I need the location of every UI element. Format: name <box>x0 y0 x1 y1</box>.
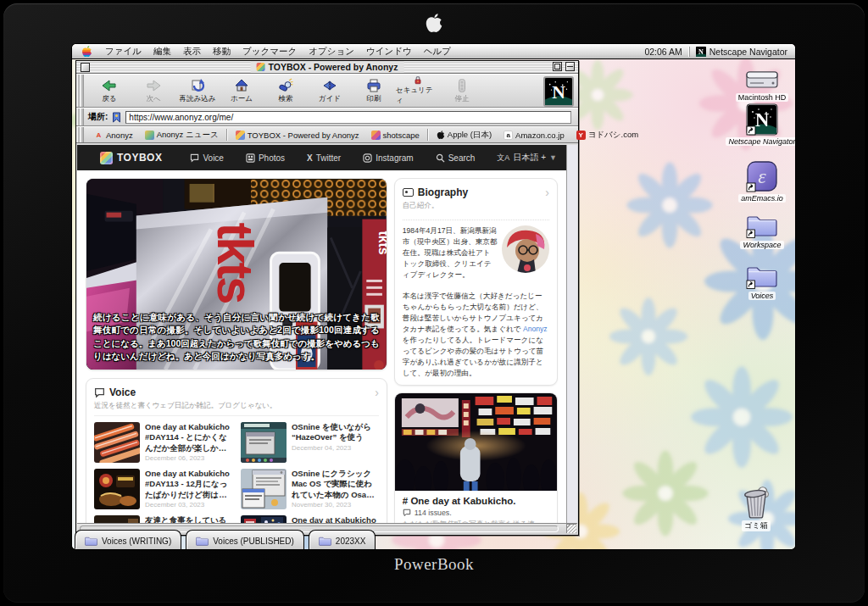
forward-button[interactable]: 次へ <box>131 75 175 106</box>
forward-icon <box>146 78 161 93</box>
home-button[interactable]: ホーム <box>220 75 264 106</box>
apple-logo-bezel <box>425 12 443 37</box>
menu-go[interactable]: 移動 <box>207 44 236 58</box>
tab-voices-published[interactable]: Voices (PUBLISHED) <box>186 530 304 549</box>
bookmark-anonyz[interactable]: A Anonyz <box>88 131 139 140</box>
biography-subtitle: 自己紹介。 <box>403 201 549 215</box>
back-button[interactable]: 戻る <box>87 75 131 106</box>
guide-button[interactable]: ガイド <box>308 75 352 106</box>
desktop-icon-amemacs[interactable]: ε amEmacs.io <box>729 160 795 203</box>
zoom-box[interactable] <box>553 62 562 71</box>
desktop-icon-voices[interactable]: Voices <box>729 263 795 300</box>
window-titlebar[interactable]: TOYBOX - Powered by Anonyz <box>76 61 578 74</box>
close-box[interactable] <box>81 63 90 72</box>
vertical-scrollbar[interactable] <box>566 145 577 523</box>
menu-edit[interactable]: 編集 <box>147 44 177 58</box>
voice-more-chevron[interactable]: › <box>375 386 379 399</box>
search-icon <box>278 78 293 93</box>
site-favicon <box>257 63 265 71</box>
tab-voices-writing[interactable]: Voices (WRITING) <box>75 530 181 549</box>
instagram-icon <box>363 153 372 163</box>
anonyz-icon: A <box>94 131 103 140</box>
voice-subtitle: 近況を徒然と書くウェブ日記か雑記。ブログじゃない。 <box>94 401 379 416</box>
bookmark-apple-japan[interactable]: Apple (日本) <box>431 130 498 141</box>
desktop-icon-workspace[interactable]: Workspace <box>729 212 795 249</box>
personal-toolbar: A Anonyz Anonyz ニュース TOYBOX - Powered by… <box>76 126 578 143</box>
menu-bookmarks[interactable]: ブックマーク <box>236 44 303 58</box>
chevron-down-icon: ▼ <box>549 153 557 162</box>
nav-language[interactable]: 文A 日本語 + ▼ <box>486 152 566 164</box>
personal-toolbar-collapse-tab[interactable] <box>76 127 84 142</box>
netscape-logo <box>545 78 572 105</box>
apple-menu[interactable] <box>72 45 99 58</box>
powerbook-brand-text: PowerBook <box>0 555 868 574</box>
nav-instagram[interactable]: Instagram <box>352 153 424 163</box>
home-icon <box>234 78 249 93</box>
desktop-icon-trash[interactable]: ゴミ箱 <box>723 485 789 531</box>
voice-bubble-icon <box>94 387 105 398</box>
toybox-logo-icon <box>100 152 113 164</box>
search-button[interactable]: 検索 <box>264 75 308 106</box>
nav-twitter[interactable]: X Twitter <box>296 153 352 163</box>
nav-search[interactable]: Search <box>425 153 487 163</box>
voice-title: Voice <box>109 386 136 398</box>
entry-thumbnail-cinema <box>241 515 287 523</box>
voice-entry[interactable]: One day at Kabukicho #DAY112 - 最近深夜に映画を観… <box>241 515 379 523</box>
menu-help[interactable]: ヘルプ <box>418 44 457 58</box>
desktop-icon-netscape-navigator[interactable]: Netscape Navigator <box>729 103 795 146</box>
toolbar-collapse-tab[interactable] <box>76 75 84 107</box>
hero-caption: 続けることに意味がある、そう自分に言い聞かせ続けて続けてきた歌舞伎町での日常の撮… <box>93 311 380 363</box>
voice-entry[interactable]: OSnine にクラシック Mac OS で実際に使われていた本物の Osaka… <box>241 469 379 509</box>
desktop-icon-macintosh-hd[interactable]: Macintosh HD <box>729 69 795 102</box>
guide-icon <box>322 78 337 93</box>
tab-2023xx[interactable]: 2023XX <box>309 530 376 549</box>
shotscape-icon <box>371 131 381 140</box>
bookmark-anonyz-news[interactable]: Anonyz ニュース <box>139 130 225 141</box>
bookmark-amazon[interactable]: a Amazon.co.jp <box>498 131 570 140</box>
collapse-box[interactable] <box>565 62 575 71</box>
bookmark-shotscape[interactable]: shotscape <box>365 131 426 140</box>
location-collapse-tab[interactable] <box>76 108 84 125</box>
voice-card: Voice › 近況を徒然と書くウェブ日記か雑記。ブログじゃない。 <box>86 378 387 523</box>
stop-button[interactable]: 停止 <box>440 75 484 106</box>
menu-file[interactable]: ファイル <box>99 44 147 58</box>
netscape-desktop-icon <box>746 103 778 136</box>
menu-bar: ファイル 編集 表示 移動 ブックマーク オプション ウインドウ ヘルプ 02:… <box>72 44 795 59</box>
browser-toolbar: 戻る 次へ 再読み込み <box>76 74 578 108</box>
url-input[interactable] <box>125 111 571 124</box>
netscape-icon-small <box>696 47 706 57</box>
issues-bubble-icon <box>403 509 411 517</box>
voice-entry[interactable]: One day at Kabukicho #DAY114 - とにかくなんだか全… <box>94 422 232 463</box>
resize-grip[interactable] <box>566 524 576 533</box>
hard-drive-icon <box>745 69 779 92</box>
apple-icon <box>81 45 92 58</box>
reload-button[interactable]: 再読み込み <box>175 75 220 106</box>
application-menu[interactable]: Netscape Navigator <box>689 47 795 57</box>
kabukicho-title: # One day at Kabukicho. <box>403 496 549 506</box>
bookmark-toybox[interactable]: TOYBOX - Powered by Anonyz <box>230 131 365 140</box>
voice-entry[interactable]: One day at Kabukicho #DAY113 - 12月になったばか… <box>94 469 232 509</box>
security-button[interactable]: セキュリティ <box>396 75 440 106</box>
nav-voice[interactable]: Voice <box>179 153 234 163</box>
voice-entry[interactable]: 友達と食事をしている時に写真を撮るには Leica M-P ではちょっと存在 <box>94 515 232 523</box>
menu-clock: 02:06 AM <box>637 47 688 57</box>
kabukicho-card[interactable]: # One day at Kabukicho. 114 issues. ただただ… <box>394 392 558 523</box>
stop-icon <box>454 78 470 93</box>
print-button[interactable]: 印刷 <box>352 75 396 106</box>
menu-window[interactable]: ウインドウ <box>360 44 418 58</box>
voice-entry[interactable]: OSnine を使いながら “HazeOver” を使う December 04… <box>241 422 379 463</box>
biography-more-chevron[interactable]: › <box>545 186 549 199</box>
entry-thumbnail-sushi <box>94 422 140 463</box>
anonyz-link[interactable]: Anonyz <box>523 325 548 333</box>
menu-view[interactable]: 表示 <box>177 44 207 58</box>
nav-photos[interactable]: Photos <box>235 153 296 163</box>
site-brand-toybox[interactable]: TOYBOX <box>89 152 179 164</box>
screen: ファイル 編集 表示 移動 ブックマーク オプション ウインドウ ヘルプ 02:… <box>72 44 795 549</box>
menu-options[interactable]: オプション <box>303 44 360 58</box>
toybox-icon <box>236 131 245 140</box>
active-app-name: Netscape Navigator <box>709 47 787 57</box>
hero-photo-card[interactable]: tkts <box>86 178 387 370</box>
bookmark-yodobashi[interactable]: Y ヨドバシ.com <box>570 130 644 141</box>
biography-card: Biography › 自己紹介。 <box>394 178 558 386</box>
netscape-throbber[interactable] <box>543 76 574 107</box>
